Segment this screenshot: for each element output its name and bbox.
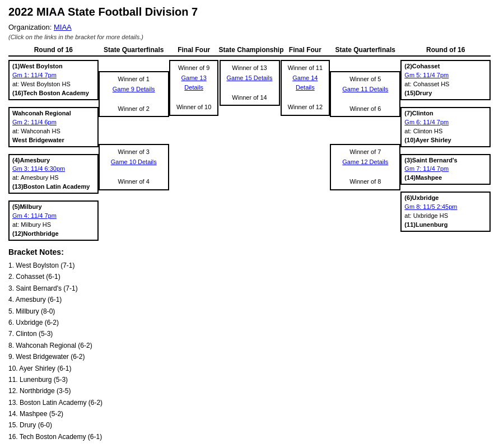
- bracket-note-item: 16. Tech Boston Academy (6-1): [8, 431, 491, 442]
- game-9-w1: Winner of 1: [118, 76, 150, 82]
- right-ff-col: Final Four Winner of 11 Game 14 Details …: [281, 46, 330, 117]
- bracket-note-item: 15. Drury (6-0): [8, 419, 491, 431]
- team-6-bot: (10)Ayer Shirley: [404, 136, 487, 145]
- team-5-top: (2)Cohasset: [404, 62, 487, 71]
- bracket-notes-title: Bracket Notes:: [8, 248, 491, 256]
- left-r16-col: Round of 16 (1)West Boylston Gm 1: 11/4 …: [8, 46, 99, 242]
- game-12-box: Winner of 7 Game 12 Details Winner of 8: [330, 144, 400, 190]
- match-5: (2)Cohasset Gm 5: 11/4 7pm at: Cohasset …: [400, 60, 491, 100]
- venue-3: at: Amesbury HS: [12, 174, 95, 183]
- left-r16-content: (1)West Boylston Gm 1: 11/4 7pm at: West…: [8, 59, 99, 242]
- game-4-link[interactable]: Gm 4: 11/4 7pm: [12, 212, 95, 221]
- team-1-bot: (16)Tech Boston Academy: [12, 89, 95, 98]
- left-qf-header: State Quarterfinals: [99, 46, 169, 57]
- game-11-box: Winner of 5 Game 11 Details Winner of 6: [330, 71, 400, 117]
- match-1: (1)West Boylston Gm 1: 11/4 7pm at: West…: [8, 60, 99, 100]
- match-6: (7)Clinton Gm 6: 11/4 7pm at: Clinton HS…: [400, 107, 491, 147]
- team-2-top: Wahconah Regional: [12, 109, 95, 118]
- bracket-note-item: 8. Wahconah Regional (6-2): [8, 340, 491, 351]
- game-15-w2: Winner of 14: [232, 94, 267, 101]
- game-11-w1: Winner of 5: [349, 76, 381, 82]
- game-15-box: Winner of 13 Game 15 Details Winner of 1…: [220, 60, 280, 106]
- venue-5: at: Cohasset HS: [404, 80, 487, 89]
- bracket-note-item: 3. Saint Bernard's (7-1): [8, 283, 491, 294]
- venue-4: at: Milbury HS: [12, 221, 95, 230]
- venue-2: at: Wahconah HS: [12, 127, 95, 136]
- bracket-note-item: 14. Mashpee (5-2): [8, 408, 491, 419]
- right-r16-col: Round of 16 (2)Cohasset Gm 5: 11/4 7pm a…: [400, 46, 491, 233]
- game-3-link[interactable]: Gm 3: 11/4 6:30pm: [12, 165, 95, 174]
- page-title: 2022 MIAA State Football Division 7: [8, 6, 491, 18]
- game-14-link[interactable]: Game 14 Details: [285, 73, 325, 93]
- bracket: Round of 16 (1)West Boylston Gm 1: 11/4 …: [8, 46, 491, 242]
- org-link[interactable]: MIAA: [54, 23, 72, 31]
- game-9-link[interactable]: Game 9 Details: [103, 85, 165, 95]
- game-7-link[interactable]: Gm 7: 11/4 7pm: [404, 165, 487, 174]
- match-7: (3)Saint Bernard's Gm 7: 11/4 7pm (14)Ma…: [400, 154, 491, 185]
- bracket-note-item: 7. Clinton (5-3): [8, 328, 491, 339]
- team-8-top: (6)Uxbridge: [404, 194, 487, 203]
- left-qf-content: Winner of 1 Game 9 Details Winner of 2 W…: [99, 59, 169, 192]
- game-14-w1: Winner of 11: [288, 64, 323, 71]
- org-line: Organization: MIAA: [8, 23, 491, 31]
- team-3-top: (4)Amesbury: [12, 156, 95, 165]
- championship-col: State Championship Winner of 13 Game 15 …: [219, 46, 281, 107]
- game-5-link[interactable]: Gm 5: 11/4 7pm: [404, 71, 487, 80]
- bracket-notes-items: 1. West Boylston (7-1)2. Cohasset (6-1)3…: [8, 260, 491, 442]
- match-2: Wahconah Regional Gm 2: 11/4 6pm at: Wah…: [8, 107, 99, 147]
- right-ff-content: Winner of 11 Game 14 Details Winner of 1…: [281, 59, 330, 117]
- game-12-w2: Winner of 8: [349, 178, 381, 185]
- bracket-note-item: 5. Millbury (8-0): [8, 306, 491, 317]
- match-3: (4)Amesbury Gm 3: 11/4 6:30pm at: Amesbu…: [8, 154, 99, 194]
- bracket-notes: Bracket Notes: 1. West Boylston (7-1)2. …: [8, 248, 491, 442]
- team-3-bot: (13)Boston Latin Academy: [12, 183, 95, 192]
- game-11-w2: Winner of 6: [349, 105, 381, 112]
- game-8-link[interactable]: Gm 8: 11/5 2:45pm: [404, 203, 487, 212]
- game-10-w1: Winner of 3: [118, 148, 150, 155]
- game-15-link[interactable]: Game 15 Details: [224, 73, 276, 83]
- team-6-top: (7)Clinton: [404, 109, 487, 118]
- team-7-bot: (14)Mashpee: [404, 174, 487, 183]
- click-note: (Click on the links in the bracket for m…: [8, 34, 491, 40]
- left-ff-col: Final Four Winner of 9 Game 13 Details W…: [169, 46, 219, 117]
- game-13-link[interactable]: Game 13 Details: [174, 73, 214, 93]
- champ-header: State Championship: [219, 46, 281, 57]
- team-5-bot: (15)Drury: [404, 89, 487, 98]
- left-ff-content: Winner of 9 Game 13 Details Winner of 10: [169, 59, 219, 117]
- game-13-box: Winner of 9 Game 13 Details Winner of 10: [169, 60, 218, 116]
- bracket-note-item: 11. Lunenburg (5-3): [8, 374, 491, 385]
- game-10-box: Winner of 3 Game 10 Details Winner of 4: [99, 144, 169, 190]
- team-4-top: (5)Milbury: [12, 203, 95, 212]
- game-1-link[interactable]: Gm 1: 11/4 7pm: [12, 71, 95, 80]
- left-qf-col: State Quarterfinals Winner of 1 Game 9 D…: [99, 46, 169, 192]
- bracket-note-item: 12. Northbridge (3-5): [8, 385, 491, 396]
- right-r16-header: Round of 16: [400, 46, 491, 57]
- bracket-note-item: 6. Uxbridge (6-2): [8, 317, 491, 328]
- game-2-link[interactable]: Gm 2: 11/4 6pm: [12, 118, 95, 127]
- game-12-link[interactable]: Game 12 Details: [334, 157, 396, 167]
- game-13-w1: Winner of 9: [178, 64, 209, 71]
- game-14-box: Winner of 11 Game 14 Details Winner of 1…: [281, 60, 330, 116]
- game-11-link[interactable]: Game 11 Details: [334, 85, 396, 95]
- game-10-link[interactable]: Game 10 Details: [103, 157, 165, 167]
- team-4-bot: (12)Northbridge: [12, 230, 95, 239]
- game-9-w2: Winner of 2: [118, 105, 150, 112]
- venue-1: at: West Boylston HS: [12, 80, 95, 89]
- team-1-top: (1)West Boylston: [12, 62, 95, 71]
- bracket-note-item: 13. Boston Latin Academy (6-2): [8, 397, 491, 408]
- team-7-top: (3)Saint Bernard's: [404, 156, 487, 165]
- right-qf-content: Winner of 5 Game 11 Details Winner of 6 …: [330, 59, 400, 192]
- right-r16-content: (2)Cohasset Gm 5: 11/4 7pm at: Cohasset …: [400, 59, 491, 233]
- right-qf-col: State Quarterfinals Winner of 5 Game 11 …: [330, 46, 400, 192]
- team-2-bot: West Bridgewater: [12, 136, 95, 145]
- bracket-note-item: 2. Cohasset (6-1): [8, 271, 491, 282]
- match-8: (6)Uxbridge Gm 8: 11/5 2:45pm at: Uxbrid…: [400, 192, 491, 232]
- game-13-w2: Winner of 10: [176, 104, 211, 110]
- bracket-note-item: 10. Ayer Shirley (6-1): [8, 363, 491, 374]
- game-9-box: Winner of 1 Game 9 Details Winner of 2: [99, 71, 169, 117]
- left-ff-header: Final Four: [169, 46, 219, 57]
- game-14-w2: Winner of 12: [288, 104, 323, 110]
- game-6-link[interactable]: Gm 6: 11/4 7pm: [404, 118, 487, 127]
- right-ff-header: Final Four: [281, 46, 330, 57]
- match-4: (5)Milbury Gm 4: 11/4 7pm at: Milbury HS…: [8, 200, 99, 241]
